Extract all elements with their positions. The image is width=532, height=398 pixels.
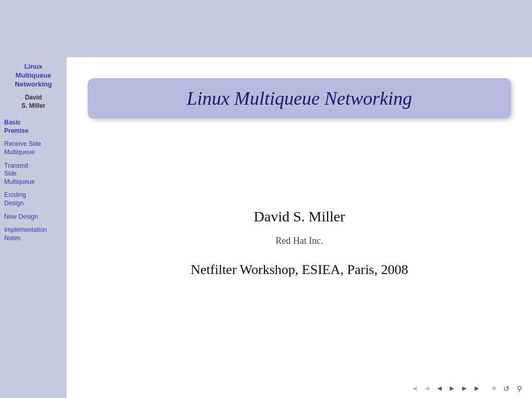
nav-prev-icon[interactable]: ◄ [434, 383, 445, 394]
sidebar-item-implementation-notes[interactable]: ImplementationNotes [4, 226, 63, 242]
nav-prev-frame-icon[interactable]: ◄ [422, 383, 432, 394]
sidebar: LinuxMultiqueueNetworking DavidS. Miller… [0, 57, 67, 398]
bottom-right-icons: ≡ ↺ ⚲ [490, 383, 524, 394]
title-banner-text: Linux Multiqueue Networking [187, 88, 412, 109]
nav-last-icon[interactable]: ► [471, 383, 482, 394]
sidebar-item-new-design[interactable]: New Design [4, 213, 63, 221]
presenter-org: Red Hat Inc. [275, 235, 323, 246]
nav-controls: ◄ ◄ ◄ ► ► ► [409, 383, 482, 394]
content-body: David S. Miller Red Hat Inc. Netfilter W… [191, 119, 408, 398]
sidebar-nav: BasicPremise Receive SideMultiqueue Tran… [4, 119, 63, 242]
align-icon[interactable]: ≡ [490, 383, 498, 394]
nav-next-icon[interactable]: ► [447, 383, 457, 394]
title-banner: Linux Multiqueue Networking [88, 78, 511, 119]
main-content: Linux Multiqueue Networking David S. Mil… [67, 57, 532, 398]
sidebar-title: LinuxMultiqueueNetworking [4, 63, 63, 89]
sidebar-item-transmit-side[interactable]: TransmitSideMultiqueue [4, 162, 63, 186]
main-layout: LinuxMultiqueueNetworking DavidS. Miller… [0, 57, 532, 398]
presenter-name: David S. Miller [254, 208, 345, 225]
conference-info: Netfilter Workshop, ESIEA, Paris, 2008 [191, 262, 408, 278]
nav-first-icon[interactable]: ◄ [409, 383, 420, 394]
search-icon[interactable]: ⚲ [515, 383, 524, 394]
undo-icon[interactable]: ↺ [502, 383, 511, 394]
nav-next-frame-icon[interactable]: ► [459, 383, 469, 394]
sidebar-item-basic-premise[interactable]: BasicPremise [4, 119, 63, 135]
bottom-navigation-bar: ◄ ◄ ◄ ► ► ► ≡ ↺ ⚲ [67, 379, 532, 398]
sidebar-item-receive-side[interactable]: Receive SideMultiqueue [4, 140, 63, 156]
sidebar-item-existing-design[interactable]: ExistingDesign [4, 191, 63, 207]
sidebar-author: DavidS. Miller [4, 93, 63, 111]
top-bar [0, 0, 532, 57]
